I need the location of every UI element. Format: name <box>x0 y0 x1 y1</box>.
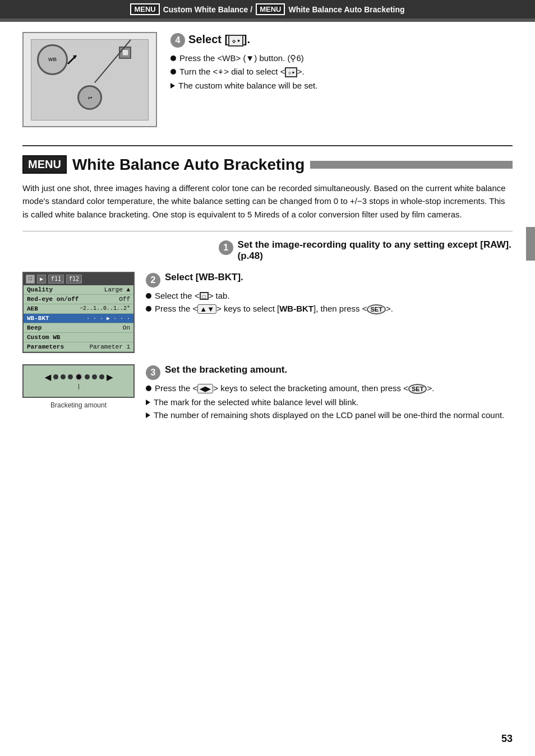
custom-wb-small: ⬦▪ <box>285 67 297 77</box>
step4-text: 4 Select [⬦▪]. Press the <WB> (▼) button… <box>170 32 513 94</box>
step3-number: 3 <box>146 365 160 380</box>
lcd-tab-camera: □ <box>26 275 35 284</box>
wb-heading-row: MENU White Balance Auto Bracketing <box>22 155 513 174</box>
camera-diagonal <box>94 39 131 83</box>
camera-wheel: WB <box>37 44 68 75</box>
right-sidebar-marker <box>526 227 535 261</box>
step2-text: 2 Select [WB-BKT]. Select the <□> tab. P… <box>146 272 513 318</box>
bracket-arrow-right-icon: ▶ <box>107 373 113 382</box>
lcd-quality-label: Quality <box>27 286 53 293</box>
lr-keys-icon: ◀▶ <box>197 384 213 393</box>
lcd-redeye-value: Off <box>119 296 130 303</box>
lcd-row-wbbkt: WB-BKT · · · ▶ · · · <box>24 314 133 323</box>
step2-bullet-1 <box>146 293 151 299</box>
step3-list: Press the <◀▶> keys to select the bracke… <box>146 383 513 420</box>
step3-title: Set the bracketing amount. <box>165 364 287 375</box>
step4-item-2-text: Turn the <⚘> dial to select <⬦▪>. <box>179 67 305 77</box>
wb-heading-rule <box>310 161 513 169</box>
lcd-beep-label: Beep <box>27 324 41 331</box>
lcd-aeb-value: −2..1..0..1..2* <box>80 305 130 312</box>
step1-text: Set the image-recording quality to any s… <box>238 239 513 262</box>
section-divider <box>22 145 513 146</box>
set-icon: SET <box>367 304 385 314</box>
lcd-aeb-label: AEB <box>27 305 38 312</box>
header-bar: MENU Custom White Balance / MENU White B… <box>0 0 535 18</box>
lcd-tab-play: ▶ <box>37 275 46 284</box>
step2-item-1-text: Select the <□> tab. <box>155 291 230 300</box>
lcd-quality-value: Large ▲ <box>104 286 130 293</box>
wbbkt-label: WB-BKT <box>279 304 313 313</box>
wb-body-text: With just one shot, three images having … <box>22 182 513 221</box>
step3-tri-1 <box>146 400 150 405</box>
step3-item-3-text: The number of remaining shots displayed … <box>154 410 504 420</box>
lcd-row-aeb: AEB −2..1..0..1..2* <box>24 304 133 314</box>
lcd-tabs: □ ▶ f1̣1̣ f1̣2̣ <box>24 273 133 285</box>
set-icon-2: SET <box>408 384 427 394</box>
lcd-tab-f11: f1̣1̣ <box>48 275 64 284</box>
step1-number: 1 <box>219 240 233 255</box>
step3-row: ◀ ▶ Bracketing <box>22 364 513 423</box>
step3-item-2-text: The mark for the selected white balance … <box>154 397 358 407</box>
step4-item-3-text: The custom white balance will be set. <box>178 81 317 90</box>
step4-item-2: Turn the <⚘> dial to select <⬦▪>. <box>170 67 513 77</box>
wb-button-label: ⬦▪ <box>87 95 92 100</box>
step2-heading: 2 Select [WB-BKT]. <box>146 272 513 287</box>
step1-heading: 1 Set the image-recording quality to any… <box>219 239 513 262</box>
lcd-customwb-label: Custom WB <box>27 334 60 341</box>
step3-item-1-text: Press the <◀▶> keys to select the bracke… <box>155 383 434 394</box>
step3-left: ◀ ▶ Bracketing <box>22 364 135 409</box>
bracket-dot-6 <box>99 374 104 379</box>
step3-text: 3 Set the bracketing amount. Press the <… <box>146 364 513 423</box>
menu-badge-large: MENU <box>22 155 67 174</box>
lcd-params-label: Parameters <box>27 344 64 350</box>
step2-item-1: Select the <□> tab. <box>146 291 513 300</box>
bullet-icon-1 <box>170 55 176 61</box>
bracket-arrow-left-icon: ◀ <box>45 373 51 382</box>
step2-bullet-2 <box>146 306 151 312</box>
steps-area: 1 Set the image-recording quality to any… <box>22 231 513 423</box>
lcd-redeye-label: Red-eye on/off <box>27 296 79 303</box>
wb-heading-title: White Balance Auto Bracketing <box>72 156 305 174</box>
bracket-dot-1 <box>53 374 58 379</box>
step3-heading: 3 Set the bracketing amount. <box>146 364 513 380</box>
header-text-1: Custom White Balance / <box>163 5 252 14</box>
step2-item-2: Press the <▲▼> keys to select [WB-BKT], … <box>146 304 513 314</box>
step3-bullet-1 <box>146 386 151 391</box>
arrow-keys-icon: ▲▼ <box>197 304 216 314</box>
lcd-wbbkt-value: · · · ▶ · · · <box>86 315 130 322</box>
bracket-tick <box>79 384 79 389</box>
main-content: WB ⬜ ⬦▪ <box>0 22 535 446</box>
lcd-beep-value: On <box>123 324 130 331</box>
step2-item-2-text: Press the <▲▼> keys to select [WB-BKT], … <box>155 304 393 314</box>
step3-tri-2 <box>146 412 150 418</box>
lcd-tab-f12: f1̣2̣ <box>66 275 82 284</box>
bracket-dot-4 <box>85 374 90 379</box>
header-text-2: White Balance Auto Bracketing <box>288 5 404 14</box>
page-number: 53 <box>501 733 513 745</box>
lcd-row-beep: Beep On <box>24 323 133 333</box>
step3-item-1: Press the <◀▶> keys to select the bracke… <box>146 383 513 394</box>
bracket-dot-5 <box>92 374 97 379</box>
lcd-row-redeye: Red-eye on/off Off <box>24 295 133 304</box>
bracketing-label: Bracketing amount <box>22 401 135 409</box>
camera-diagram: WB ⬜ ⬦▪ <box>22 32 157 127</box>
step2-number: 2 <box>146 273 160 287</box>
bracket-dot-selected <box>75 373 82 381</box>
camera-inner: WB ⬜ ⬦▪ <box>31 39 149 120</box>
lcd-wbbkt-label: WB-BKT <box>27 315 49 322</box>
section4: WB ⬜ ⬦▪ <box>22 32 513 127</box>
custom-wb-icon: ⬦▪ <box>228 35 243 47</box>
camera-wheel-label: WB <box>48 57 57 62</box>
bracket-content: ◀ ▶ <box>24 370 133 392</box>
step3-item-2: The mark for the selected white balance … <box>146 397 513 407</box>
lcd-row-quality: Quality Large ▲ <box>24 285 133 295</box>
step3-item-3: The number of remaining shots displayed … <box>146 410 513 420</box>
camera-tab-icon: □ <box>200 292 209 300</box>
step4-item-1-text: Press the <WB> (▼) button. (⚲6) <box>179 53 304 63</box>
step4-title: Select [⬦▪]. <box>188 33 250 47</box>
step4-number: 4 <box>170 33 185 48</box>
step4-list: Press the <WB> (▼) button. (⚲6) Turn the… <box>170 53 513 90</box>
lcd-screen: □ ▶ f1̣1̣ f1̣2̣ Quality Large ▲ Red-eye … <box>22 272 135 353</box>
step1-row: 1 Set the image-recording quality to any… <box>22 239 513 262</box>
step2-title: Select [WB-BKT]. <box>165 272 243 283</box>
